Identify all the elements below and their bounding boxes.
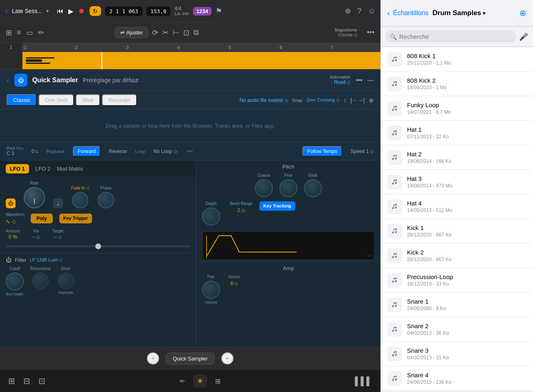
instrument-back-button[interactable]: ‹ bbox=[7, 75, 9, 85]
fit-icon[interactable]: |←→| bbox=[351, 97, 365, 104]
drive-knob[interactable] bbox=[58, 273, 74, 289]
amount-slider-track[interactable] bbox=[6, 246, 190, 247]
power-button[interactable]: ⏻ bbox=[14, 74, 27, 87]
mod-matrix-tab[interactable]: Mod Matrix bbox=[57, 166, 83, 172]
help-icon[interactable]: ? bbox=[358, 7, 362, 16]
split-icon[interactable]: ⊢ bbox=[173, 28, 179, 37]
voices-value[interactable]: 8 ◇ bbox=[230, 281, 238, 286]
mode-classic-button[interactable]: Classic bbox=[7, 94, 37, 106]
key-tracking-button[interactable]: Key Tracking bbox=[259, 201, 295, 211]
filter-type-selector[interactable]: LP 12dB Lush ◇ bbox=[30, 257, 63, 263]
key-trigger-button[interactable]: Key Trigger bbox=[59, 214, 92, 223]
play-button[interactable]: ▶ bbox=[68, 7, 73, 15]
phase-knob[interactable] bbox=[98, 192, 114, 208]
note-button[interactable]: ♩ bbox=[53, 198, 63, 208]
right-back-button[interactable]: ‹ bbox=[387, 9, 390, 18]
adjust-button[interactable]: ⇌ Ajuster bbox=[115, 27, 148, 38]
reverse-label[interactable]: Reverse bbox=[109, 149, 127, 154]
glide-knob[interactable] bbox=[304, 179, 322, 197]
sample-item[interactable]: Hat 1 07/11/2013 - 12 Ko bbox=[381, 121, 533, 145]
sample-item[interactable]: 808 Kick 1 25/12/2020 - 1,1 Mo bbox=[381, 47, 533, 72]
lfo1-tab[interactable]: LFO 1 bbox=[6, 164, 29, 173]
follow-tempo-button[interactable]: Follow Tempo bbox=[302, 146, 342, 157]
coarse-knob[interactable] bbox=[255, 179, 273, 197]
tune-value[interactable]: 0 c bbox=[31, 149, 38, 154]
trim-icon[interactable]: ↕ bbox=[344, 97, 346, 104]
drum-icon[interactable]: ⊟ bbox=[23, 376, 30, 386]
sample-item[interactable]: Hat 2 19/08/2014 - 166 Ko bbox=[381, 145, 533, 170]
project-dropdown-icon[interactable]: ▾ bbox=[46, 8, 49, 14]
rewind-button[interactable]: ⏮ bbox=[57, 7, 63, 15]
add-tab-right-button[interactable]: + bbox=[221, 352, 234, 365]
collapse-icon[interactable]: — bbox=[367, 77, 374, 84]
sample-item[interactable]: Kick 1 26/12/2020 - 867 Ko bbox=[381, 219, 533, 243]
sample-item[interactable]: 808 Kick 2 18/04/2023 - 1 Mo bbox=[381, 72, 533, 96]
device-icon[interactable]: ⊡ bbox=[38, 376, 45, 386]
grid-icon[interactable]: ⊞ bbox=[6, 28, 12, 37]
sample-item[interactable]: Kick 2 26/12/2020 - 867 Ko bbox=[381, 243, 533, 268]
scissors-icon[interactable]: ✂ bbox=[162, 28, 169, 37]
back-button[interactable]: ‹ bbox=[5, 6, 8, 16]
more-icon[interactable]: ••• bbox=[367, 28, 375, 37]
timeline-track[interactable] bbox=[22, 52, 380, 69]
quick-sampler-tab[interactable]: Quick Sampler bbox=[166, 353, 214, 365]
loop-icon-toolbar[interactable]: ⟳ bbox=[152, 28, 158, 37]
copy-icon[interactable]: ⧉ bbox=[193, 28, 199, 37]
snap-value[interactable]: Zero Crossing ◇ bbox=[307, 97, 340, 103]
fade-in-knob[interactable] bbox=[72, 192, 88, 208]
cutoff-knob[interactable] bbox=[6, 273, 24, 291]
metronome-icon[interactable]: ⚑ bbox=[216, 7, 222, 16]
mic-icon[interactable]: 🎤 bbox=[519, 32, 528, 41]
lfo2-tab[interactable]: LFO 2 bbox=[36, 166, 50, 172]
rate-knob[interactable] bbox=[24, 187, 45, 208]
mode-one-shot-button[interactable]: One Shot bbox=[38, 94, 74, 106]
target-value[interactable]: – ◇ bbox=[54, 234, 62, 240]
sample-item[interactable]: Snare 1 29/09/2000 - 8 Ko bbox=[381, 293, 533, 317]
add-tab-left-button[interactable]: + bbox=[147, 352, 159, 365]
filter-power-button[interactable]: ⏻ bbox=[6, 257, 11, 263]
via-value[interactable]: – ◇ bbox=[32, 234, 40, 240]
resonance-knob[interactable] bbox=[32, 273, 49, 289]
loop-waveform-icon[interactable]: 〰 bbox=[187, 148, 193, 155]
waveform-selector[interactable]: ∿ ◇ bbox=[6, 219, 24, 225]
monitor-icon[interactable]: ▭ bbox=[26, 28, 33, 37]
marquee-icon[interactable]: ⊡ bbox=[183, 28, 189, 37]
fine-knob[interactable] bbox=[279, 179, 297, 197]
settings-icon[interactable]: ☺ bbox=[368, 7, 376, 16]
pan-knob[interactable] bbox=[202, 281, 220, 299]
lfo-power-button[interactable]: ⏻ bbox=[6, 198, 16, 208]
meter-icon[interactable]: ▌▌▌ bbox=[355, 376, 373, 386]
overflow-icon[interactable]: ⊕ bbox=[369, 97, 374, 104]
drum-samples-dropdown-icon[interactable]: ▾ bbox=[483, 10, 486, 16]
sample-item[interactable]: Hat 3 19/08/2014 - 473 Mo bbox=[381, 170, 533, 194]
magnitism-value[interactable]: Croche ◇ bbox=[338, 32, 358, 38]
pencil-tool-icon[interactable]: ✏ bbox=[180, 377, 185, 385]
sample-item[interactable]: Precussion-Loop 16/12/2019 - 33 Ko bbox=[381, 268, 533, 293]
pencil-icon[interactable]: ✏ bbox=[38, 28, 44, 37]
poly-button[interactable]: Poly bbox=[31, 214, 52, 223]
bend-range-value[interactable]: 2 ◇ bbox=[237, 207, 245, 213]
add-sample-button[interactable]: ⊕ bbox=[520, 8, 526, 18]
no-audio-label[interactable]: No audio file loaded ◇ bbox=[239, 97, 288, 103]
brightness-icon[interactable]: ☀ bbox=[193, 374, 207, 387]
sample-item[interactable]: Hat 4 14/05/2013 - 512 Mo bbox=[381, 194, 533, 219]
loop-value[interactable]: No Loop ◇ bbox=[153, 149, 177, 154]
preset-name[interactable]: Préréglage par défaut bbox=[83, 77, 138, 83]
echantillons-link[interactable]: Échantillons bbox=[393, 9, 428, 17]
forward-button[interactable]: Forward bbox=[73, 146, 101, 157]
search-input[interactable] bbox=[399, 33, 512, 40]
speed-value[interactable]: Speed 1 ◇ bbox=[351, 149, 374, 154]
mode-recorder-button[interactable]: Recorder bbox=[102, 94, 137, 106]
sample-item[interactable]: Snare 3 04/02/2013 - 31 Ko bbox=[381, 342, 533, 366]
amount-slider-thumb[interactable] bbox=[95, 243, 101, 249]
root-key-value[interactable]: C 3 bbox=[7, 151, 23, 156]
sample-item[interactable]: Snare 4 24/09/2013 - 136 Ko bbox=[381, 366, 533, 391]
waveform-area[interactable]: Drag a sample or loop here from the Brow… bbox=[0, 110, 380, 142]
clock-icon[interactable]: ⊕ bbox=[345, 7, 351, 16]
more-options-icon[interactable]: ••• bbox=[355, 77, 362, 84]
keyboard-icon[interactable]: ⊞ bbox=[8, 376, 15, 386]
list-icon[interactable]: ≡ bbox=[17, 28, 21, 37]
loop-button[interactable]: ↻ bbox=[90, 6, 101, 16]
mode-slice-button[interactable]: Slice bbox=[76, 94, 100, 106]
record-button[interactable]: ⏺ bbox=[78, 7, 85, 15]
